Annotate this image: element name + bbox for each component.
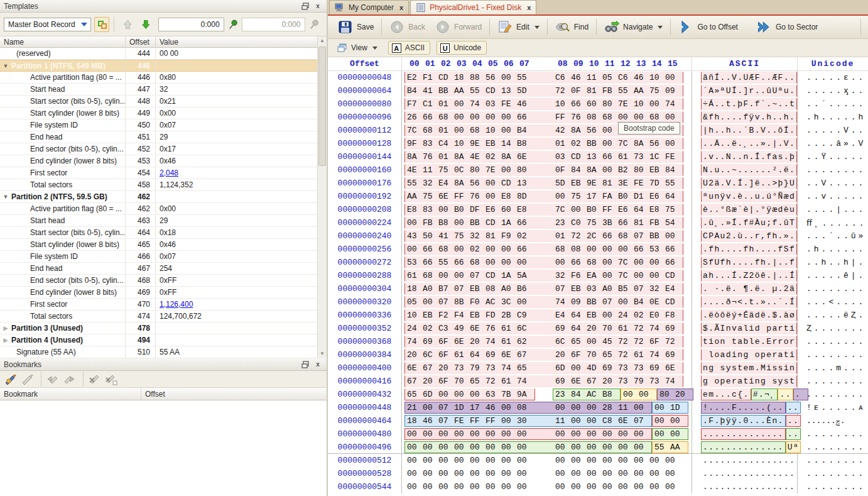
hex-byte[interactable]: 7C <box>618 271 634 280</box>
hex-byte[interactable]: 84 <box>665 165 681 175</box>
hex-byte[interactable]: 9A <box>517 390 533 399</box>
hex-byte[interactable]: 00 <box>602 139 618 148</box>
hex-byte[interactable]: C8 <box>602 416 618 426</box>
hex-byte[interactable]: 73 <box>618 363 634 373</box>
hex-row[interactable]: 00000000064B441BBAA55CD135D720F81FB55AA7… <box>328 84 868 97</box>
hex-byte[interactable]: 00 <box>486 258 501 267</box>
hex-byte[interactable]: AA <box>454 86 470 96</box>
template-row[interactable]: End cylinder (lower 8 bits)4690xFF <box>0 287 317 299</box>
hex-byte[interactable]: 42 <box>555 126 571 135</box>
hex-byte[interactable]: C0 <box>571 218 587 228</box>
hex-byte[interactable]: 66 <box>517 245 533 254</box>
hex-row-ascii[interactable]: U2ä.V.Í.]ë..>þ}U <box>692 177 798 190</box>
hex-row[interactable]: 0000000033610EBF2F4EBFD2BC9E464EB002402E… <box>328 309 868 322</box>
hex-byte[interactable]: AC <box>587 390 602 399</box>
hex-byte[interactable]: 66 <box>423 258 438 267</box>
hex-byte[interactable]: 00 <box>423 469 438 478</box>
hex-byte[interactable]: 72 <box>555 86 571 96</box>
hex-byte[interactable]: 5D <box>555 179 571 188</box>
hex-byte[interactable]: 00 <box>501 73 517 82</box>
hex-byte[interactable]: 60 <box>587 99 602 109</box>
hex-byte[interactable]: 00 <box>634 271 649 280</box>
hex-byte[interactable]: C6 <box>555 73 571 82</box>
hex-row[interactable]: 00000000208E88300B0DFE660E87C00B0FFE664E… <box>328 203 868 216</box>
hex-byte[interactable]: E6 <box>486 205 501 214</box>
hex-byte[interactable]: 68 <box>649 113 665 122</box>
hex-byte[interactable]: 1C <box>649 152 665 162</box>
hex-byte[interactable]: 00 <box>517 258 533 267</box>
template-row[interactable]: End sector (bits 0-5), cylin...4520x17 <box>0 143 317 155</box>
hex-byte[interactable]: 00 <box>486 482 501 492</box>
hex-byte[interactable]: 73 <box>634 363 649 373</box>
scrollbar-thumb[interactable] <box>318 47 326 166</box>
hex-byte[interactable]: 61 <box>407 271 423 280</box>
hex-byte[interactable]: 00 <box>665 456 681 465</box>
hex-byte[interactable]: 6E <box>517 152 533 162</box>
hex-byte[interactable]: 00 <box>486 469 501 478</box>
close-tab-icon[interactable]: x <box>399 4 403 11</box>
hex-row-ascii[interactable]: ng system.Missin <box>692 361 798 375</box>
hex-byte[interactable]: 68 <box>423 271 438 280</box>
hex-byte[interactable]: AA <box>634 86 649 96</box>
hex-row-ascii[interactable]: âñÍ..V.UÆF..ÆF.. <box>692 71 798 84</box>
hex-byte[interactable]: A0 <box>501 284 517 294</box>
hex-byte[interactable]: 09 <box>571 297 587 307</box>
hex-byte[interactable]: 4D <box>587 363 602 373</box>
hex-byte[interactable]: 00 <box>602 311 618 320</box>
hex-byte[interactable]: 73 <box>634 152 649 162</box>
sector-link[interactable]: 1,126,400 <box>160 300 193 309</box>
hex-byte[interactable]: 6E <box>665 363 681 373</box>
hex-byte[interactable]: AA <box>670 443 686 452</box>
hex-byte[interactable]: 75 <box>423 192 438 201</box>
hex-byte[interactable]: 3C <box>501 297 517 307</box>
hex-byte[interactable]: 7E <box>486 165 501 175</box>
hex-byte[interactable]: F6 <box>571 271 587 280</box>
hex-row[interactable]: 000000003200500078BF0AC3C007409BB0700B40… <box>328 295 868 309</box>
hex-byte[interactable]: FB <box>423 218 438 228</box>
hex-byte[interactable]: 61 <box>501 377 517 386</box>
hex-byte[interactable]: 02 <box>486 152 501 162</box>
hex-byte[interactable]: 46 <box>517 99 533 109</box>
hex-byte[interactable]: 00 <box>438 443 454 452</box>
hex-byte[interactable]: 66 <box>665 245 681 254</box>
hex-row-ascii[interactable]: SfUfh....fh.|..f <box>692 256 798 269</box>
hex-byte[interactable]: 6D <box>555 363 571 373</box>
hex-byte[interactable]: 00 <box>454 456 470 465</box>
hex-byte[interactable]: 69 <box>649 363 665 373</box>
hex-byte[interactable]: 23 <box>555 218 571 228</box>
hex-byte[interactable]: 00 <box>602 245 618 254</box>
hex-byte[interactable]: 00 <box>618 429 634 439</box>
edit-bookmark-icon[interactable] <box>20 373 34 385</box>
hex-byte[interactable]: 9E <box>470 139 486 148</box>
hex-byte[interactable]: 00 <box>602 271 618 280</box>
hex-byte[interactable]: 74 <box>665 377 681 386</box>
hex-byte[interactable]: 00 <box>423 297 438 307</box>
hex-byte[interactable]: 65 <box>517 363 533 373</box>
hex-byte[interactable]: 66 <box>454 258 470 267</box>
hex-byte[interactable]: 13 <box>587 152 602 162</box>
hex-byte[interactable]: 64 <box>571 311 587 320</box>
hex-byte[interactable]: 00 <box>454 271 470 280</box>
hex-byte[interactable]: 0F <box>555 165 571 175</box>
hex-row[interactable]: 0000000054400000000000000000000000000000… <box>328 480 868 493</box>
hex-byte[interactable]: 7B <box>501 390 517 399</box>
hex-byte[interactable]: F4 <box>454 311 470 320</box>
hex-byte[interactable]: 69 <box>665 324 681 333</box>
hex-byte[interactable]: 74 <box>501 363 517 373</box>
hex-byte[interactable]: 8A <box>501 152 517 162</box>
hex-byte[interactable]: 00 <box>571 416 587 426</box>
next-bookmark-icon[interactable] <box>62 373 76 385</box>
hex-row-unicode[interactable]: ........ <box>798 467 868 480</box>
hex-byte[interactable]: 4E <box>470 152 486 162</box>
hex-row-ascii[interactable]: ..............Uª <box>692 441 798 453</box>
hex-row-unicode[interactable]: ........ <box>798 441 868 453</box>
hex-byte[interactable]: 80 <box>634 165 649 175</box>
hex-byte[interactable]: F8 <box>665 311 681 320</box>
hex-byte[interactable]: B8 <box>602 390 618 399</box>
hex-byte[interactable]: 00 <box>618 482 634 492</box>
hex-byte[interactable]: 6F <box>438 350 454 360</box>
hex-byte[interactable]: 00 <box>587 482 602 492</box>
template-row[interactable]: First sector4701,126,400 <box>0 299 317 311</box>
template-row[interactable]: Signature (55 AA)51055 AA <box>0 346 317 358</box>
hex-row-ascii[interactable]: .û¸.»Í.f#Àu;f.ûT <box>692 216 798 229</box>
